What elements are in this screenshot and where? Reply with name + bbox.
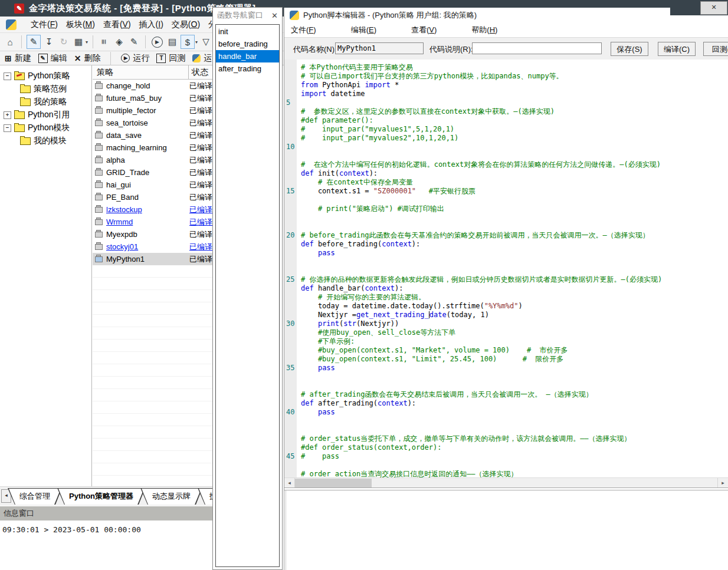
code-line[interactable]: # input_par("myvalues2",10,1,20,1) bbox=[297, 134, 728, 143]
column-header-strategy[interactable]: 策略 bbox=[93, 65, 189, 79]
code-line[interactable]: def before_trading(context): bbox=[297, 240, 728, 249]
code-line[interactable]: # 本Python代码主要用于策略交易 bbox=[297, 63, 728, 72]
alert-diamond-icon[interactable]: ◈ bbox=[113, 35, 126, 48]
code-line[interactable] bbox=[297, 373, 728, 381]
save-button[interactable]: 保存(S) bbox=[611, 42, 648, 56]
code-line[interactable]: def handle_bar(context): bbox=[297, 284, 728, 293]
code-line[interactable]: #def parameter(): bbox=[297, 116, 728, 125]
code-line[interactable]: def init(context): bbox=[297, 169, 728, 178]
code-line[interactable]: # order_status当委托下单，成交，撤单等与下单有关的动作时，该方法就… bbox=[297, 434, 728, 443]
close-icon[interactable]: ✕ bbox=[271, 11, 278, 20]
strategy-row-maching_learning[interactable]: maching_learning已编译 bbox=[93, 141, 212, 154]
code-line[interactable]: # 在这个方法中编写任何的初始化逻辑。context对象将会在你的算法策略的任何… bbox=[297, 160, 728, 169]
code-line[interactable]: # before_trading此函数会在每天基准合约的策略交易开始前被调用，当… bbox=[297, 231, 728, 240]
scroll-left-icon[interactable]: ◂ bbox=[284, 478, 295, 487]
menu-item-V[interactable]: 查看(V) bbox=[103, 19, 131, 29]
edit-note-icon[interactable]: ✎ bbox=[127, 35, 140, 48]
tree-item-我的模块[interactable]: 我的模块 bbox=[0, 134, 91, 147]
code-line[interactable]: # order_action当查询交易接口信息时返回的通知——（选择实现） bbox=[297, 470, 728, 477]
chevron-down-icon[interactable]: ▾ bbox=[86, 39, 88, 45]
delete-button[interactable]: ✕删除 bbox=[74, 53, 101, 64]
code-line[interactable]: context.s1 = "SZ000001" #平安银行股票 bbox=[297, 187, 728, 196]
strategy-row-stockyj01[interactable]: stockyj01已编译 bbox=[93, 240, 212, 253]
column-header-status[interactable]: 状态 bbox=[189, 67, 208, 78]
strategy-row-MyPython1[interactable]: MyPython1已编译 bbox=[93, 253, 212, 265]
menu-item-M[interactable]: 板块(M) bbox=[66, 19, 95, 29]
close-icon[interactable]: ✕ bbox=[700, 1, 727, 15]
backtest-button[interactable]: T回测 bbox=[156, 53, 185, 64]
strategy-row-Wrmmd[interactable]: Wrmmd已编译 bbox=[93, 216, 212, 228]
menu-item-F[interactable]: 文件(F) bbox=[31, 19, 58, 29]
function-item-before_trading[interactable]: before_trading bbox=[216, 38, 279, 50]
code-line[interactable] bbox=[297, 196, 728, 205]
code-line[interactable]: pass bbox=[297, 364, 728, 373]
code-line[interactable] bbox=[297, 461, 728, 470]
code-line[interactable]: # print("策略启动") #调试打印输出 bbox=[297, 205, 728, 213]
menu-item-F[interactable]: 文件(F) bbox=[291, 25, 316, 35]
strategy-row-lzkstockup[interactable]: lzkstockup已编译 bbox=[93, 203, 212, 216]
collapse-icon[interactable]: − bbox=[4, 124, 11, 132]
code-line[interactable]: # 开始编写你的主要的算法逻辑。 bbox=[297, 293, 728, 302]
report-doc-icon[interactable]: ▤ bbox=[166, 35, 179, 48]
download-icon[interactable]: ↧ bbox=[42, 35, 55, 48]
code-line[interactable]: def after_trading(context): bbox=[297, 399, 728, 408]
code-line[interactable]: print(str(Nextjyr)) bbox=[297, 319, 728, 328]
code-line[interactable] bbox=[297, 222, 728, 231]
code-line[interactable] bbox=[297, 258, 728, 266]
new-button[interactable]: ⊞新建 bbox=[5, 53, 31, 64]
code-line[interactable] bbox=[297, 213, 728, 222]
code-line[interactable]: #下单示例: bbox=[297, 337, 728, 346]
code-line[interactable] bbox=[297, 426, 728, 434]
code-line[interactable] bbox=[297, 98, 728, 107]
code-line[interactable]: today = datetime.date.today().strftime("… bbox=[297, 302, 728, 311]
code-line[interactable]: #buy_open(context.s1, "Market", volume =… bbox=[297, 346, 728, 355]
chevron-down-icon[interactable]: ▾ bbox=[195, 39, 198, 45]
code-line[interactable]: # 可以自己import我们平台支持的第三方python模块，比如pandas、… bbox=[297, 72, 728, 81]
code-area[interactable]: 51015202530354045 # 本Python代码主要用于策略交易# 可… bbox=[284, 60, 728, 477]
code-line[interactable]: from PythonApi import * bbox=[297, 81, 728, 90]
tree-item-Python策略[interactable]: −Python策略 bbox=[0, 70, 91, 83]
run-button[interactable]: ▶运行 bbox=[121, 53, 149, 64]
code-line[interactable]: #使用buy_open、sell_close等方法下单 bbox=[297, 328, 728, 337]
tab-动态显示牌[interactable]: 动态显示牌 bbox=[140, 488, 202, 505]
tab-技术分析[interactable]: 技术分析 bbox=[198, 488, 213, 505]
code-line[interactable]: pass bbox=[297, 249, 728, 258]
code-line[interactable]: # 你选择的品种的数据更新将会触发此段逻辑，例如日或分钟历史数据切片或者是实时数… bbox=[297, 275, 728, 284]
collapse-icon[interactable]: − bbox=[4, 73, 11, 80]
code-line[interactable] bbox=[297, 417, 728, 426]
scroll-right-icon[interactable]: ▸ bbox=[717, 478, 728, 487]
code-desc-input[interactable] bbox=[472, 42, 602, 54]
strategy-row-data_save[interactable]: data_save已编译 bbox=[93, 129, 212, 141]
code-line[interactable]: # pass bbox=[297, 452, 728, 461]
scrollbar-thumb[interactable] bbox=[295, 479, 372, 487]
tree-item-策略范例[interactable]: 策略范例 bbox=[0, 83, 91, 95]
strategy-row-alpha[interactable]: alpha已编译 bbox=[93, 154, 212, 166]
function-item-init[interactable]: init bbox=[216, 25, 279, 38]
code-line[interactable]: # input_par("myvalues1",5,1,20,1) bbox=[297, 125, 728, 134]
strategy-row-GRID_Trade[interactable]: GRID_Trade已编译 bbox=[93, 166, 212, 179]
code-line[interactable] bbox=[297, 151, 728, 160]
home-icon[interactable]: ⌂ bbox=[4, 35, 17, 48]
compile-button[interactable]: 编译(C) bbox=[658, 42, 696, 56]
strategy-row-hai_gui[interactable]: hai_gui已编译 bbox=[93, 179, 212, 191]
code-line[interactable]: # 参数定义区，这里定义的参数可以直接在context对象中获取。—(选择实现) bbox=[297, 107, 728, 116]
backtest-button[interactable]: 回测( bbox=[703, 42, 728, 56]
menu-item-O[interactable]: 交易(O) bbox=[172, 19, 200, 29]
code-line[interactable]: # 在context中保存全局变量 bbox=[297, 178, 728, 187]
function-item-handle_bar[interactable]: handle_bar bbox=[216, 50, 279, 62]
code-line[interactable] bbox=[297, 381, 728, 390]
strategy-row-multiple_fector[interactable]: multiple_fector已编译 bbox=[93, 104, 212, 117]
code-line[interactable] bbox=[297, 143, 728, 151]
code-line[interactable]: # after_trading函数会在每天交易结束后被调用，当天只会被调用一次。… bbox=[297, 390, 728, 399]
tree-item-我的策略[interactable]: 我的策略 bbox=[0, 95, 91, 108]
dollar-trade-icon[interactable]: $ bbox=[181, 35, 195, 49]
code-line[interactable]: #def order_status(context,order): bbox=[297, 443, 728, 452]
strategy-row-future_ma5_buy[interactable]: future_ma5_buy已编译 bbox=[93, 92, 212, 104]
menu-item-I[interactable]: 插入(I) bbox=[139, 19, 163, 29]
indicator-params-icon[interactable]: ≡ bbox=[98, 35, 111, 48]
menu-item-E[interactable]: 编辑(E) bbox=[351, 25, 376, 35]
edit-button[interactable]: ✎编辑 bbox=[38, 53, 67, 64]
strategy-row-change_hold[interactable]: change_hold已编译 bbox=[93, 80, 212, 92]
tab-综合管理[interactable]: 综合管理 bbox=[8, 488, 62, 505]
code-line[interactable] bbox=[297, 266, 728, 275]
